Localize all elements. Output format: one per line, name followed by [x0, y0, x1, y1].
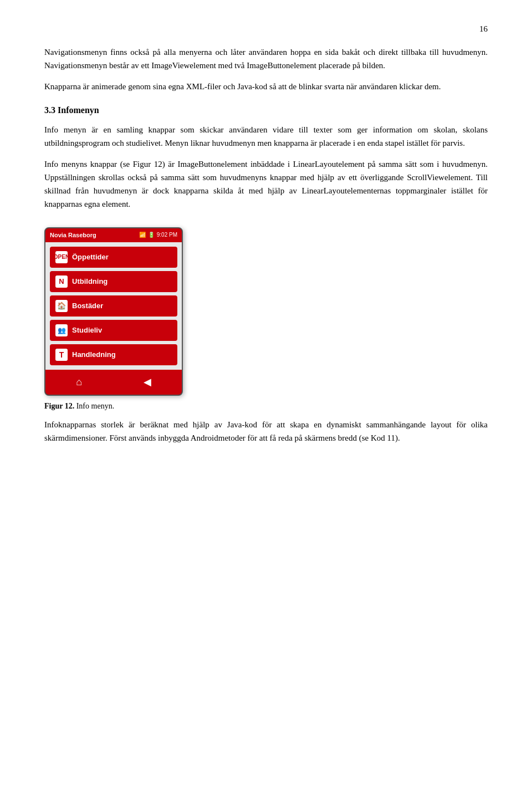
bostader-label: Bostäder — [72, 300, 103, 312]
utbildning-label: Utbildning — [72, 276, 108, 288]
time-display: 9:02 PM — [157, 231, 177, 239]
oppettider-label: Öppettider — [72, 252, 109, 263]
figure-label: Figur 12. — [44, 402, 74, 410]
phone-nav-bar: ⌂ ◀ — [45, 370, 182, 395]
paragraph-5: Infoknapparnas storlek är beräknat med h… — [44, 418, 488, 445]
paragraph-1: Navigationsmenyn finns också på alla men… — [44, 45, 488, 72]
handledning-label: Handledning — [72, 349, 116, 361]
phone-menu-area: OPEN Öppettider N Utbildning 🏠 Bostäder … — [45, 242, 182, 370]
battery-icon: 🔋 — [148, 231, 155, 239]
home-nav-icon[interactable]: ⌂ — [76, 374, 82, 390]
figure-12: Novia Raseborg 📶 🔋 9:02 PM OPEN Öppettid… — [44, 227, 488, 413]
paragraph-2: Knapparna är animerade genom sina egna X… — [44, 80, 488, 93]
menu-btn-oppettider[interactable]: OPEN Öppettider — [50, 247, 177, 268]
menu-btn-studieliv[interactable]: 👥 Studieliv — [50, 320, 177, 341]
studieliv-icon: 👥 — [55, 324, 68, 336]
menu-btn-bostader[interactable]: 🏠 Bostäder — [50, 295, 177, 317]
status-icons: 📶 🔋 9:02 PM — [139, 231, 177, 239]
back-nav-icon[interactable]: ◀ — [144, 374, 151, 390]
phone-status-bar: Novia Raseborg 📶 🔋 9:02 PM — [45, 228, 182, 243]
signal-icon: 📶 — [139, 231, 146, 239]
studieliv-label: Studieliv — [72, 325, 102, 336]
school-name-label: Novia Raseborg — [50, 231, 96, 241]
section-heading: 3.3 Infomenyn — [44, 103, 488, 118]
phone-mockup: Novia Raseborg 📶 🔋 9:02 PM OPEN Öppettid… — [44, 227, 183, 396]
utbildning-icon: N — [55, 275, 68, 288]
paragraph-3: Info menyn är en samling knappar som ski… — [44, 123, 488, 150]
page-number: 16 — [44, 22, 488, 35]
menu-btn-handledning[interactable]: T Handledning — [50, 344, 177, 365]
paragraph-4: Info menyns knappar (se Figur 12) är Ima… — [44, 157, 488, 211]
bostader-icon: 🏠 — [55, 300, 68, 312]
menu-btn-utbildning[interactable]: N Utbildning — [50, 271, 177, 292]
figure-caption-text: Info menyn. — [74, 402, 114, 410]
oppettider-icon: OPEN — [55, 251, 68, 263]
handledning-icon: T — [55, 349, 68, 361]
figure-caption: Figur 12. Info menyn. — [44, 400, 114, 412]
